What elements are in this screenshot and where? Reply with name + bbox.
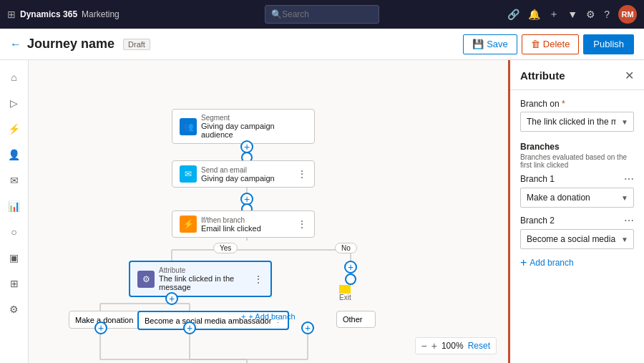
avatar[interactable]: RM <box>618 5 637 24</box>
sidebar-item-people[interactable]: 👤 <box>3 143 26 166</box>
node-name-segment: Giving day campaign audience <box>201 122 307 139</box>
panel-body: Branch on * The link clicked in the mess… <box>510 90 644 363</box>
canvas: 👥 Segment Giving day campaign audience +… <box>29 60 508 363</box>
other-label: Other <box>343 315 363 324</box>
branches-section: Branches Branches evaluated based on the… <box>520 142 634 269</box>
required-indicator: * <box>562 99 565 109</box>
branch2-select[interactable]: Make a donationBecome a social media amb… <box>520 229 634 249</box>
ifthen-icon: ⚡ <box>180 216 197 233</box>
branch-on-select-wrapper: The link clicked in the messageEmail ope… <box>520 112 634 132</box>
branch-on-field: Branch on * The link clicked in the mess… <box>520 99 634 132</box>
search-icon: 🔍 <box>271 9 282 19</box>
page-title: Journey name <box>27 37 114 52</box>
add-make-donation[interactable]: + <box>94 321 107 334</box>
ifthen-menu-icon[interactable]: ⋮ <box>297 218 307 230</box>
left-sidebar: ⌂ ▷ ⚡ 👤 ✉ 📊 ○ ▣ ⊞ ⚙ <box>0 60 29 363</box>
back-button[interactable]: ← <box>10 38 21 51</box>
delete-button[interactable]: 🗑 Delete <box>522 34 580 54</box>
ifthen-node[interactable]: ⚡ If/then branch Email link clicked ⋮ <box>172 210 315 238</box>
zoom-out-button[interactable]: − <box>421 340 427 352</box>
save-button[interactable]: 💾 Save <box>463 34 517 54</box>
help-icon[interactable]: ? <box>604 9 610 20</box>
bell-icon[interactable]: 🔔 <box>528 9 540 20</box>
app-name: Marketing <box>82 9 119 19</box>
add-branch-plus: + <box>241 312 245 321</box>
bookmark-icon[interactable]: 🔗 <box>507 9 519 20</box>
zoom-reset-button[interactable]: Reset <box>468 341 490 351</box>
add-branch-button[interactable]: + + Add branch <box>241 312 296 321</box>
sidebar-item-settings[interactable]: ⚙ <box>3 298 26 321</box>
node-name-ifthen: Email link clicked <box>201 224 293 233</box>
branch1-select[interactable]: Make a donationBecome a social media amb… <box>520 188 634 208</box>
sidebar-item-play[interactable]: ▷ <box>3 92 26 115</box>
header-actions: 💾 Save 🗑 Delete Publish <box>463 34 634 54</box>
branch1-header: Branch 1 ⋯ <box>520 173 634 185</box>
brand: ⊞ Dynamics 365 Marketing <box>7 9 119 20</box>
topbar: ⊞ Dynamics 365 Marketing 🔍 🔗 🔔 ＋ ▼ ⚙ ? R… <box>0 0 644 29</box>
branch-on-label: Branch on * <box>520 99 634 109</box>
publish-button[interactable]: Publish <box>583 34 634 54</box>
other-node[interactable]: Other <box>336 311 376 328</box>
panel-title: Attribute <box>520 69 565 82</box>
branch2-header: Branch 2 ⋯ <box>520 215 634 226</box>
add-branch-panel-label: Add branch <box>530 258 573 268</box>
add-plus-left[interactable]: + <box>165 292 178 305</box>
sidebar-item-grid[interactable]: ⊞ <box>3 272 26 295</box>
no-circle <box>345 274 356 285</box>
main-layout: ⌂ ▷ ⚡ 👤 ✉ 📊 ○ ▣ ⊞ ⚙ <box>0 60 644 363</box>
attribute-icon: ⚙ <box>137 271 155 288</box>
exit-flag-no <box>339 285 351 294</box>
node-name-email: Giving day campaign <box>201 174 293 183</box>
sidebar-item-email[interactable]: ✉ <box>3 169 26 192</box>
branch1-menu[interactable]: ⋯ <box>624 173 634 185</box>
node-type-ifthen: If/then branch <box>201 216 293 224</box>
search-input[interactable] <box>282 9 373 19</box>
add-branch-panel-button[interactable]: + Add branch <box>520 256 634 269</box>
email-icon: ✉ <box>180 165 197 183</box>
add-no-branch[interactable]: + <box>344 261 357 274</box>
branch2-menu[interactable]: ⋯ <box>624 215 634 226</box>
segment-icon: 👥 <box>180 118 197 135</box>
status-badge: Draft <box>123 39 150 50</box>
attribute-menu-icon[interactable]: ⋮ <box>253 274 263 285</box>
sidebar-item-journey[interactable]: ⚡ <box>3 117 26 140</box>
attribute-node[interactable]: ⚙ Attribute The link clicked in the mess… <box>129 261 272 297</box>
panel-header: Attribute ✕ <box>510 60 644 90</box>
attribute-panel: Attribute ✕ Branch on * The link clicked… <box>508 60 644 363</box>
branch-on-select[interactable]: The link clicked in the messageEmail ope… <box>520 112 634 132</box>
plus-icon[interactable]: ＋ <box>549 8 559 21</box>
add-branch-right-plus[interactable]: + <box>301 321 314 334</box>
no-label: No <box>335 243 357 253</box>
search-box[interactable]: 🔍 <box>265 5 379 24</box>
branch2-label: Branch 2 <box>520 216 555 226</box>
subheader: ← Journey name Draft 💾 Save 🗑 Delete Pub… <box>0 29 644 60</box>
sidebar-item-circle[interactable]: ○ <box>3 221 26 243</box>
sidebar-item-box[interactable]: ▣ <box>3 246 26 269</box>
branch1-section: Branch 1 ⋯ Make a donationBecome a socia… <box>520 173 634 208</box>
branches-title: Branches <box>520 142 634 152</box>
grid-icon: ⊞ <box>7 9 16 20</box>
zoom-controls: − + 100% Reset <box>415 337 497 354</box>
node-name-attribute: The link clicked in the message <box>159 274 249 291</box>
filter-icon[interactable]: ▼ <box>567 9 577 20</box>
save-icon: 💾 <box>472 39 484 49</box>
segment-node[interactable]: 👥 Segment Giving day campaign audience <box>172 109 315 144</box>
delete-icon: 🗑 <box>531 39 540 49</box>
gear-icon[interactable]: ⚙ <box>586 9 595 20</box>
brand-name: Dynamics 365 <box>20 9 77 19</box>
branch2-select-wrapper: Make a donationBecome a social media amb… <box>520 229 634 249</box>
add-branch-plus-icon: + <box>520 256 527 269</box>
zoom-in-button[interactable]: + <box>431 340 437 352</box>
email-node[interactable]: ✉ Send an email Giving day campaign ⋮ <box>172 160 315 188</box>
topbar-icons: 🔗 🔔 ＋ ▼ ⚙ ? RM <box>507 5 637 24</box>
node-type-attribute: Attribute <box>159 266 249 274</box>
branch1-label: Branch 1 <box>520 174 555 184</box>
node-type-email: Send an email <box>201 166 293 174</box>
panel-close-button[interactable]: ✕ <box>625 69 634 82</box>
node-type-segment: Segment <box>201 114 307 122</box>
sidebar-item-home[interactable]: ⌂ <box>3 66 26 89</box>
email-menu-icon[interactable]: ⋮ <box>297 168 307 180</box>
sidebar-item-chart[interactable]: 📊 <box>3 195 26 218</box>
branch1-select-wrapper: Make a donationBecome a social media amb… <box>520 188 634 208</box>
add-ambassador[interactable]: + <box>183 321 196 334</box>
